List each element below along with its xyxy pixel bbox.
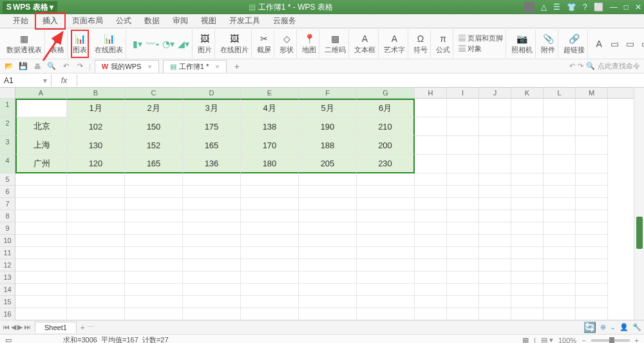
cell[interactable] [544,173,576,186]
pie-icon[interactable]: ◔▾ [162,38,174,50]
open-icon[interactable]: 📂 [4,61,14,72]
cell[interactable] [357,296,415,308]
cell[interactable]: 136 [183,155,241,173]
cell[interactable] [15,271,67,284]
cell[interactable] [125,271,183,284]
cell[interactable] [544,99,576,117]
cell[interactable] [357,259,415,271]
menu-tab-7[interactable]: 开发工具 [223,14,267,28]
shape-group[interactable]: ◇形状 [277,30,297,58]
cell[interactable] [415,222,447,235]
cell[interactable] [447,186,479,198]
settings-icon[interactable]: 🔧 [632,323,641,331]
cell[interactable] [511,155,544,173]
cell[interactable] [357,198,415,210]
cell[interactable] [357,235,415,247]
hyperlink-group[interactable]: 🔗超链接 [561,30,588,58]
cell[interactable] [544,186,576,198]
cell[interactable] [544,222,576,235]
last-icon[interactable]: ⏭ [24,323,31,331]
cell[interactable]: 6月 [357,99,415,117]
menu-tab-0[interactable]: 开始 [6,14,35,28]
cell[interactable] [241,308,299,320]
cell[interactable] [576,186,608,198]
cell[interactable]: 170 [241,136,299,155]
cell[interactable] [479,99,511,117]
menu-tab-4[interactable]: 数据 [138,14,166,28]
cell[interactable] [576,210,608,222]
maximize-button[interactable]: □ [624,3,629,12]
cell[interactable]: 188 [299,136,357,155]
cell[interactable]: 3月 [183,99,241,117]
cell[interactable]: 120 [67,155,125,173]
zoom-value[interactable]: 100% [558,337,576,344]
cell[interactable] [67,296,125,308]
cell[interactable]: 广州 [15,155,67,173]
cell[interactable] [511,247,544,259]
cell[interactable] [447,136,479,155]
cell[interactable] [415,117,447,136]
cell[interactable] [299,210,357,222]
cell[interactable] [67,198,125,210]
cell[interactable] [125,198,183,210]
row-header[interactable]: 1 [0,99,15,117]
cell[interactable] [299,186,357,198]
cells[interactable]: 1月2月3月4月5月6月北京102150175138190210上海130152… [15,99,634,320]
row-header[interactable]: 8 [0,210,15,222]
cell[interactable] [67,210,125,222]
cell[interactable] [125,247,183,259]
cell[interactable] [15,247,67,259]
pivot-group[interactable]: ▦数据透视表 [4,30,45,58]
search-commands[interactable]: ↶ ↷ 🔍 点此查找命令 [569,61,640,71]
menu-tab-5[interactable]: 审阅 [166,14,194,28]
cell[interactable] [479,308,511,320]
cell[interactable] [447,99,479,117]
cell[interactable] [415,247,447,259]
workbook-tab[interactable]: ▤工作簿1 *× [163,60,227,73]
form-icons[interactable]: A ▭ ▭ ▭ [591,30,644,58]
map-group[interactable]: 📍地图 [299,30,319,58]
cell[interactable] [415,271,447,284]
online-pic-group[interactable]: 🖼在线图片 [218,30,252,58]
avatar[interactable] [524,2,535,12]
form-combo-icon[interactable]: ▭ [624,38,636,50]
cell[interactable] [447,235,479,247]
close-tab-icon[interactable]: × [215,63,219,70]
cell[interactable] [125,222,183,235]
cell[interactable] [447,259,479,271]
cell[interactable] [183,284,241,296]
cell[interactable] [183,210,241,222]
cell[interactable]: 165 [125,155,183,173]
cell[interactable] [125,259,183,271]
cell[interactable]: 150 [125,117,183,136]
line-icon[interactable]: 〰▾ [147,38,158,50]
cell[interactable] [125,173,183,186]
help-icon[interactable]: ? [583,3,587,12]
row-header[interactable]: 15 [0,296,15,308]
cell[interactable] [511,308,544,320]
cell[interactable] [299,198,357,210]
cell[interactable]: 102 [67,117,125,136]
cell[interactable] [544,198,576,210]
cell[interactable] [415,210,447,222]
duplicate-icon[interactable]: ⬜ [594,3,603,12]
cell[interactable] [511,99,544,117]
cell[interactable] [15,210,67,222]
mywps-tab[interactable]: W我的WPS× [95,60,159,73]
cell[interactable] [299,222,357,235]
save-icon[interactable]: 💾 [18,61,28,72]
cell[interactable] [183,186,241,198]
cell[interactable] [125,235,183,247]
cell[interactable] [357,308,415,320]
row-header[interactable]: 12 [0,259,15,271]
formula-input[interactable] [77,79,644,82]
cell[interactable] [415,99,447,117]
form-a-icon[interactable]: A [593,38,605,50]
attach-group[interactable]: 📎附件 [538,30,558,58]
col-header[interactable]: B [67,88,125,98]
cell[interactable] [479,155,511,173]
cell[interactable] [479,198,511,210]
cell[interactable] [544,247,576,259]
cell[interactable]: 210 [357,117,415,136]
cell[interactable] [544,235,576,247]
